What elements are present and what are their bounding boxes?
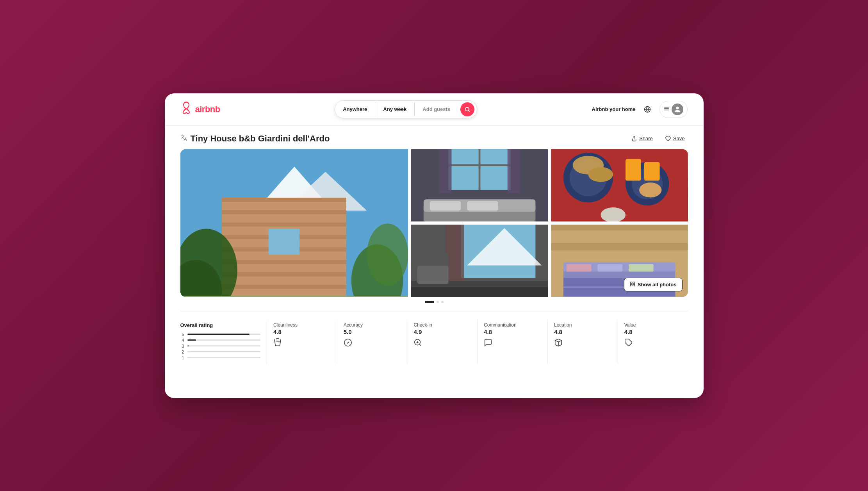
svg-rect-61 (417, 253, 449, 265)
svg-rect-25 (222, 278, 346, 282)
bar-row-1: 1 (180, 355, 260, 360)
share-button[interactable]: Share (628, 134, 656, 143)
svg-rect-72 (598, 264, 623, 271)
rating-accuracy: Accuracy 5.0 (337, 319, 408, 364)
svg-rect-67 (551, 243, 688, 250)
rating-checkin: Check-in 4.9 (407, 319, 478, 364)
communication-icon (484, 338, 541, 349)
ratings-section: Overall rating 5 4 (180, 311, 688, 364)
location-icon (554, 338, 611, 349)
value-icon (624, 338, 682, 349)
svg-rect-37 (439, 149, 452, 193)
checkin-value: 4.9 (414, 329, 471, 335)
svg-point-30 (367, 223, 408, 286)
svg-rect-42 (467, 201, 498, 211)
rating-location: Location 4.8 (548, 319, 618, 364)
svg-point-52 (639, 182, 661, 197)
svg-rect-60 (417, 265, 449, 284)
bar-row-3: 3 (180, 344, 260, 348)
svg-rect-26 (222, 284, 346, 289)
hamburger-icon (664, 106, 669, 112)
accuracy-value: 5.0 (344, 329, 401, 335)
rating-value: Value 4.8 (618, 319, 688, 364)
any-week-pill[interactable]: Any week (375, 102, 415, 116)
main-content: Tiny House b&b Giardini dell'Ardo Share … (165, 126, 704, 376)
svg-rect-23 (222, 266, 346, 270)
cleanliness-label: Cleanliness (273, 322, 331, 328)
location-label: Location (554, 322, 611, 328)
airbnb-home-link[interactable]: Airbnb your home (592, 106, 636, 112)
svg-rect-71 (567, 264, 592, 271)
svg-rect-13 (222, 204, 346, 208)
logo-text: airbnb (195, 104, 220, 114)
svg-rect-80 (633, 284, 635, 286)
show-all-photos-button[interactable]: Show all photos (624, 278, 683, 291)
svg-rect-15 (222, 216, 346, 220)
communication-label: Communication (484, 322, 541, 328)
value-label: Value (624, 322, 682, 328)
checkin-label: Check-in (414, 322, 471, 328)
cleanliness-icon (273, 338, 331, 349)
grid-icon (630, 281, 635, 288)
translate-icon (180, 134, 187, 143)
listing-title: Tiny House b&b Giardini dell'Ardo (191, 134, 330, 144)
svg-rect-32 (180, 296, 408, 297)
scroll-dot-1 (425, 301, 434, 303)
bar-row-5: 5 (180, 332, 260, 337)
rating-bars: 5 4 3 (180, 332, 260, 360)
svg-line-1 (469, 110, 470, 111)
svg-rect-68 (551, 253, 688, 260)
save-button[interactable]: Save (662, 134, 688, 143)
logo-area[interactable]: airbnb (180, 102, 220, 117)
svg-rect-22 (222, 260, 346, 264)
svg-rect-79 (631, 284, 632, 286)
communication-value: 4.8 (484, 329, 541, 335)
rating-cleanliness: Cleanliness 4.8 (267, 319, 337, 364)
svg-line-83 (420, 344, 421, 346)
search-bar: Anywhere Any week Add guests (335, 100, 477, 118)
listing-title-area: Tiny House b&b Giardini dell'Ardo (180, 134, 330, 144)
bar-row-4: 4 (180, 338, 260, 343)
airbnb-logo-icon (180, 102, 192, 117)
svg-rect-77 (631, 282, 632, 283)
overall-label: Overall rating (180, 322, 260, 328)
scroll-dot-3 (441, 301, 444, 303)
svg-rect-12 (222, 198, 346, 202)
cleanliness-value: 4.8 (273, 329, 331, 335)
svg-rect-24 (222, 272, 346, 277)
title-actions: Share Save (628, 134, 688, 143)
svg-rect-27 (268, 229, 299, 254)
scroll-dots (180, 301, 688, 303)
photo-grid: Show all photos (180, 149, 688, 297)
header: airbnb Anywhere Any week Add guests Airb… (165, 93, 704, 126)
rating-communication: Communication 4.8 (478, 319, 548, 364)
title-row: Tiny House b&b Giardini dell'Ardo Share … (180, 134, 688, 144)
accuracy-label: Accuracy (344, 322, 401, 328)
svg-rect-65 (551, 225, 688, 230)
add-guests-pill[interactable]: Add guests (415, 102, 458, 116)
svg-rect-78 (633, 282, 635, 283)
svg-rect-38 (508, 149, 520, 193)
user-menu[interactable] (659, 101, 688, 118)
globe-button[interactable] (642, 104, 653, 115)
svg-rect-50 (626, 159, 641, 180)
svg-rect-66 (551, 233, 688, 240)
app-card: airbnb Anywhere Any week Add guests Airb… (165, 93, 704, 398)
value-score: 4.8 (624, 329, 682, 335)
svg-rect-16 (222, 222, 346, 227)
overall-rating-block: Overall rating 5 4 (180, 319, 267, 364)
photo-bedroom[interactable] (411, 149, 548, 221)
user-avatar (672, 104, 683, 115)
header-right: Airbnb your home (592, 101, 688, 118)
photo-cozy[interactable]: Show all photos (551, 225, 688, 297)
svg-point-49 (588, 167, 613, 182)
photo-food[interactable] (551, 149, 688, 221)
photo-kitchen[interactable] (411, 225, 548, 297)
location-value: 4.8 (554, 329, 611, 335)
bar-row-2: 2 (180, 350, 260, 354)
anywhere-pill[interactable]: Anywhere (335, 102, 375, 116)
scroll-dot-2 (437, 301, 439, 303)
photo-main[interactable] (180, 149, 408, 297)
search-button[interactable] (460, 102, 474, 116)
svg-rect-73 (629, 264, 654, 271)
